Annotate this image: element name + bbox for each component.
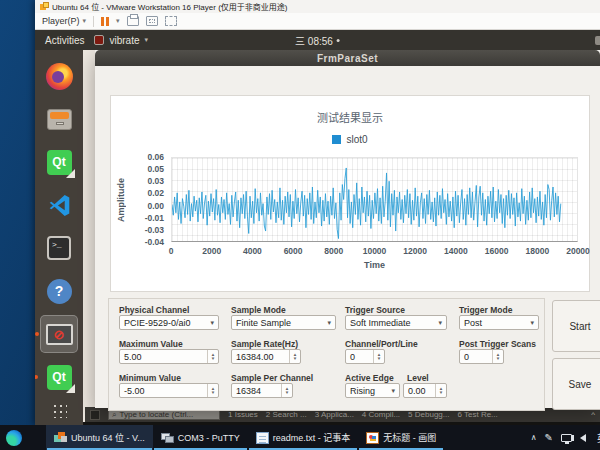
active-edge-select[interactable]: Rising ▾ <box>345 383 400 398</box>
pane-application[interactable]: 3 Applica... <box>315 410 354 419</box>
pane-test-results[interactable]: 6 Test Re... <box>457 410 497 419</box>
sample-per-channel-label: Sample Per Channel <box>231 373 313 383</box>
y-tick-label: 0.03 <box>147 176 164 186</box>
chevron-down-icon: ▾ <box>391 387 399 395</box>
qtcreator-mode-icon[interactable] <box>90 410 100 420</box>
start-button[interactable]: Start <box>552 300 600 352</box>
y-tick-label: -0.04 <box>145 237 164 247</box>
level-input[interactable]: 0.00 ▲▼ <box>403 383 447 398</box>
column-trigger-source: Trigger Source Soft Immediate ▾ Channel/… <box>345 299 447 410</box>
y-tick-label: 0.06 <box>147 152 164 162</box>
spinner-buttons[interactable]: ▲▼ <box>207 384 218 397</box>
dock-item-terminal[interactable]: >_ <box>40 229 78 267</box>
spinner-buttons[interactable]: ▲▼ <box>289 350 300 363</box>
activities-button[interactable]: Activities <box>35 35 94 46</box>
putty-icon <box>161 432 174 444</box>
taskbar-item-paint[interactable]: 无标题 - 画图 <box>358 425 444 450</box>
dock-item-qtcreator[interactable]: Qt <box>40 143 78 181</box>
vmware-window: Ubuntu 64 位 - VMware Workstation 16 Play… <box>35 0 600 425</box>
spinner-buttons[interactable]: ▲▼ <box>492 350 503 363</box>
dock-item-qt-app[interactable]: Qt <box>40 358 78 396</box>
running-indicator-dot <box>35 332 39 336</box>
help-icon: ? <box>47 279 72 304</box>
trigger-mode-select[interactable]: Post ▾ <box>459 315 539 330</box>
pane-compile[interactable]: 4 Compil... <box>362 410 400 419</box>
spinner-buttons[interactable]: ▲▼ <box>281 384 292 397</box>
trigger-source-label: Trigger Source <box>345 305 405 315</box>
legend-swatch-slot0 <box>332 135 341 144</box>
clock-menu[interactable]: 三 08:56 <box>295 30 340 50</box>
player-menu[interactable]: Player(P) ▾ <box>42 16 86 26</box>
system-tray-partial-icon[interactable] <box>595 36 600 45</box>
paint-icon <box>366 432 379 444</box>
vscode-icon <box>47 193 72 218</box>
window-titlebar[interactable]: FrmParaSet <box>95 50 600 66</box>
x-tick-label: 14000 <box>444 246 468 256</box>
chevron-down-icon: ▾ <box>530 319 538 327</box>
edge-icon[interactable] <box>6 430 22 446</box>
column-channel: Physical Channel PCIE-9529-0/ai0 ▾ Maxim… <box>119 299 219 410</box>
taskbar-item-notepad[interactable]: readme.txt - 记事本 <box>248 425 359 450</box>
app-grid-icon <box>52 403 67 418</box>
x-tick-label: 10000 <box>363 246 387 256</box>
parameter-groupbox: Physical Channel PCIE-9529-0/ai0 ▾ Maxim… <box>108 298 545 411</box>
legend-label-slot0: slot0 <box>346 134 367 145</box>
send-ctrl-alt-del-icon[interactable] <box>127 16 139 26</box>
save-button[interactable]: Save <box>552 358 600 410</box>
waveform-line <box>172 168 561 239</box>
tray-chevron-up-icon[interactable]: ∧ <box>531 433 537 442</box>
dock-item-vibrate-app[interactable]: ⊘ <box>40 315 78 353</box>
app-menu[interactable]: vibrate ▾ <box>94 35 148 46</box>
taskbar-item-vmware[interactable]: Ubuntu 64 位 - V... <box>46 425 153 450</box>
sample-rate-input[interactable]: 16384.00 ▲▼ <box>231 349 301 364</box>
dock-item-firefox[interactable] <box>40 57 78 95</box>
taskbar-item-putty[interactable]: COM3 - PuTTY <box>153 425 248 450</box>
spinner-buttons[interactable]: ▲▼ <box>207 350 218 363</box>
taskbar-tray: ∧ ✎ 英 <box>531 430 600 445</box>
fullscreen-icon[interactable] <box>146 16 158 26</box>
chart-legend: slot0 <box>111 134 589 145</box>
file-manager-icon <box>47 109 72 130</box>
pause-vm-button[interactable] <box>101 17 109 26</box>
x-tick-label: 4000 <box>243 246 262 256</box>
show-applications-button[interactable] <box>40 401 78 419</box>
y-axis-title: Amplitude <box>116 156 126 244</box>
pen-workspace-icon[interactable]: ✎ <box>545 432 553 443</box>
unity-mode-icon[interactable] <box>165 16 177 26</box>
x-tick-label: 8000 <box>324 246 343 256</box>
chevron-down-icon: ▾ <box>83 17 87 25</box>
speaker-icon[interactable] <box>580 434 586 442</box>
maximum-value-input[interactable]: 5.00 ▲▼ <box>119 349 219 364</box>
sample-mode-select[interactable]: Finite Sample ▾ <box>231 315 336 330</box>
pause-menu-caret[interactable]: ▾ <box>116 17 120 25</box>
search-icon: ⌕ <box>112 410 116 420</box>
sample-per-channel-input[interactable]: 16384 ▲▼ <box>231 383 293 398</box>
post-trigger-scans-input[interactable]: 0 ▲▼ <box>459 349 504 364</box>
terminal-icon: >_ <box>47 236 71 260</box>
physical-channel-label: Physical Channel <box>119 305 189 315</box>
spinner-buttons[interactable]: ▲▼ <box>435 384 446 397</box>
channel-port-line-input[interactable]: 0 ▲▼ <box>345 349 385 364</box>
trigger-source-select[interactable]: Soft Immediate ▾ <box>345 315 447 330</box>
pane-expand-chevron[interactable]: ^ <box>591 410 595 419</box>
vmware-titlebar[interactable]: Ubuntu 64 位 - VMware Workstation 16 Play… <box>35 0 600 13</box>
chart-panel: 测试结果显示 slot0 Amplitude 0.060.050.030.020… <box>110 95 590 292</box>
x-tick-label: 0 <box>169 246 174 256</box>
y-tick-label: -0.03 <box>145 225 164 235</box>
dock-item-files[interactable] <box>40 100 78 138</box>
dock-item-help[interactable]: ? <box>40 272 78 310</box>
minimum-value-label: Minimum Value <box>119 373 181 383</box>
pane-debugger[interactable]: 5 Debugg... <box>408 410 449 419</box>
pane-issues[interactable]: 1 Issues <box>228 410 258 419</box>
y-axis-ticks: 0.060.050.030.020.00-0.01-0.03-0.04 <box>131 157 167 242</box>
physical-channel-select[interactable]: PCIE-9529-0/ai0 ▾ <box>119 315 219 330</box>
sample-rate-label: Sample Rate(Hz) <box>231 339 298 349</box>
x-tick-label: 18000 <box>525 246 549 256</box>
notepad-icon <box>256 432 269 444</box>
dock-item-vscode[interactable] <box>40 186 78 224</box>
pane-search[interactable]: 2 Search ... <box>266 410 307 419</box>
x-axis-ticks: 0200040006000800010000120001400016000180… <box>171 246 578 256</box>
minimum-value-input[interactable]: -5.00 ▲▼ <box>119 383 219 398</box>
plot-area[interactable] <box>171 157 578 242</box>
spinner-buttons[interactable]: ▲▼ <box>373 350 384 363</box>
